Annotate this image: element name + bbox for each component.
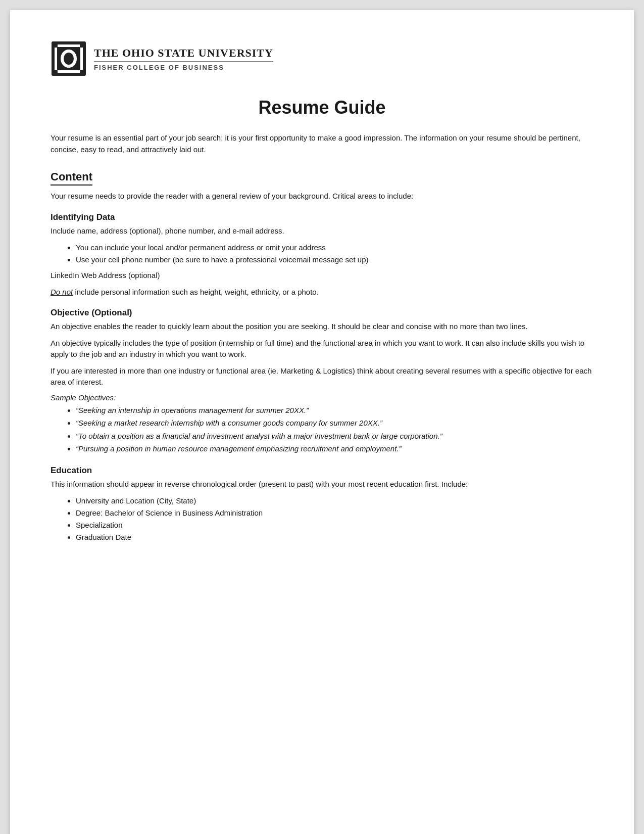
list-item: Use your cell phone number (be sure to h… [76,254,593,266]
identifying-data-text: Include name, address (optional), phone … [51,225,593,237]
logo-divider [94,61,273,62]
logo-container: The Ohio State University Fisher College… [51,40,273,77]
identifying-data-section: Identifying Data Include name, address (… [51,212,593,298]
sample-objectives-list: “Seeking an internship in operations man… [51,404,593,455]
list-item: “Pursuing a position in human resource m… [76,442,593,455]
list-item: “To obtain a position as a financial and… [76,430,593,443]
intro-text: Your resume is an essential part of your… [51,132,593,155]
do-not-text: Do not include personal information such… [51,287,593,298]
identifying-data-bullets: You can include your local and/or perman… [51,242,593,266]
objective-para2: An objective typically includes the type… [51,338,593,360]
sample-objectives-label: Sample Objectives: [51,393,593,402]
identifying-data-heading: Identifying Data [51,212,593,222]
do-not-rest: include personal information such as hei… [75,288,319,296]
content-intro: Your resume needs to provide the reader … [51,191,593,202]
content-section: Content Your resume needs to provide the… [51,170,593,202]
osu-logo [51,40,87,77]
objective-para3: If you are interested in more than one i… [51,365,593,388]
svg-rect-5 [55,44,58,48]
objective-section: Objective (Optional) An objective enable… [51,308,593,455]
page: The Ohio State University Fisher College… [10,10,634,834]
list-item: Graduation Date [76,531,593,543]
logo-text: The Ohio State University Fisher College… [94,47,273,71]
list-item: You can include your local and/or perman… [76,242,593,254]
university-name: The Ohio State University [94,47,273,60]
education-bullets: University and Location (City, State) De… [51,495,593,543]
page-title: Resume Guide [51,97,593,118]
list-item: University and Location (City, State) [76,495,593,507]
objective-para1: An objective enables the reader to quick… [51,321,593,333]
header: The Ohio State University Fisher College… [51,40,593,77]
content-heading: Content [51,170,92,186]
college-name: Fisher College of Business [94,64,273,71]
linkedin-text: LinkedIn Web Address (optional) [51,270,593,282]
do-not-emphasis: Do not [51,288,73,296]
objective-heading: Objective (Optional) [51,308,593,318]
education-heading: Education [51,466,593,476]
svg-rect-7 [55,70,58,73]
svg-point-4 [64,53,74,65]
list-item: “Seeking a market research internship wi… [76,416,593,430]
svg-rect-8 [80,70,83,73]
svg-rect-6 [80,44,83,48]
education-section: Education This information should appear… [51,466,593,544]
list-item: “Seeking an internship in operations man… [76,404,593,417]
education-text: This information should appear in revers… [51,479,593,490]
list-item: Specialization [76,519,593,531]
list-item: Degree: Bachelor of Science in Business … [76,507,593,519]
